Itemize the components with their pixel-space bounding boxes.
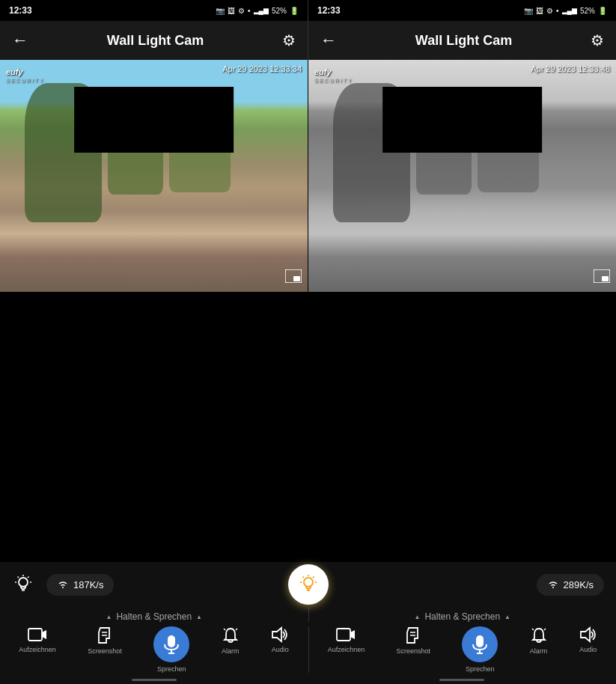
record-button-left[interactable]: Aufzeichnen	[19, 626, 56, 653]
gear-icon-small-right: ⚙	[546, 7, 553, 15]
screenshot-icon-right	[404, 626, 422, 644]
svg-line-13	[313, 577, 314, 578]
record-button-right[interactable]: Aufzeichnen	[328, 626, 365, 653]
record-icon-right	[336, 626, 356, 643]
cam-icon-left: 📷	[216, 7, 225, 15]
controls-left: Aufzeichnen Screenshot	[0, 626, 308, 673]
pip-button-left[interactable]	[285, 269, 302, 286]
bottom-bar-right	[439, 679, 484, 681]
speak-label-left: Sprechen	[157, 665, 186, 673]
bottom-indicators	[0, 679, 616, 684]
screenshot-label-left: Screenshot	[88, 647, 122, 655]
svg-line-8	[18, 577, 19, 578]
alarm-icon-right	[530, 626, 548, 644]
bulb-icon-left	[13, 574, 34, 595]
timestamp-right: Apr 29 2023 12:33:48	[531, 64, 610, 73]
audio-label-left: Audio	[272, 646, 289, 653]
header-left: ← Wall Light Cam ⚙	[0, 21, 308, 60]
gear-icon-small-left: ⚙	[238, 7, 245, 15]
record-label-right: Aufzeichnen	[328, 646, 365, 653]
wifi-icon-left	[57, 580, 69, 589]
back-button-right[interactable]: ←	[320, 31, 337, 50]
screenshot-button-right[interactable]: Screenshot	[396, 626, 430, 655]
img-icon-left: 🖼	[228, 7, 235, 15]
signal-right: ▂▄▆	[562, 7, 577, 14]
svg-point-11	[304, 578, 313, 587]
header-right: ← Wall Light Cam ⚙	[308, 21, 616, 60]
speed-value-right: 289K/s	[564, 579, 594, 590]
svg-line-6	[28, 577, 29, 578]
speak-label-right: Sprechen	[466, 665, 495, 673]
camera-feed-left: eufy SECURITY Apr 29 2023 12:33:34	[0, 60, 308, 292]
status-icons-right: 📷 🖼 ⚙ • ▂▄▆ 52% 🔋	[524, 7, 607, 15]
battery-right: 52%	[580, 7, 595, 15]
timestamp-left: Apr 29 2023 12:33:34	[222, 64, 302, 73]
security-text-right: SECURITY	[314, 78, 353, 83]
status-icons-left: 📷 🖼 ⚙ • ▂▄▆ 52% 🔋	[216, 7, 299, 15]
svg-marker-37	[581, 628, 590, 641]
audio-icon-right	[579, 626, 597, 643]
hold-speak-row: ▲ Halten & Sprechen ▲ ▲ Halten & Spreche…	[0, 607, 616, 622]
camera-feed-right: eufy SECURITY Apr 29 2023 12:33:48	[308, 60, 616, 292]
mic-icon-left	[163, 635, 180, 654]
audio-button-right[interactable]: Audio	[579, 626, 597, 653]
audio-button-left[interactable]: Audio	[271, 626, 289, 653]
back-button-left[interactable]: ←	[12, 31, 28, 50]
svg-line-35	[532, 629, 534, 630]
center-light-button[interactable]	[288, 564, 329, 605]
settings-button-left[interactable]: ⚙	[282, 31, 296, 49]
hold-speak-label-left: Halten & Sprechen	[116, 611, 192, 622]
screenshot-icon-left	[96, 626, 114, 644]
hold-speak-left: ▲ Halten & Sprechen ▲	[0, 607, 308, 622]
eufy-logo-right: eufy SECURITY	[314, 64, 353, 83]
hold-speak-right: ▲ Halten & Sprechen ▲	[309, 607, 617, 622]
speed-badge-right: 289K/s	[537, 574, 604, 596]
speed-row: 187K/s 289K/s	[0, 562, 616, 607]
pip-button-right[interactable]	[594, 269, 610, 286]
light-icon-left[interactable]	[0, 574, 46, 595]
battery-left: 52%	[272, 7, 287, 15]
svg-point-4	[19, 578, 28, 587]
alarm-button-right[interactable]: Alarm	[530, 626, 548, 655]
controls-right: Aufzeichnen Screenshot	[309, 626, 617, 673]
status-bar-right: 12:33 📷 🖼 ⚙ • ▂▄▆ 52% 🔋	[308, 0, 616, 21]
speed-value-left: 187K/s	[73, 579, 103, 590]
empty-space	[0, 292, 616, 562]
dot-left: •	[248, 7, 251, 15]
cam-icon-right: 📷	[524, 7, 533, 15]
center-bulb-icon	[298, 574, 319, 595]
alarm-label-left: Alarm	[222, 647, 240, 655]
settings-button-right[interactable]: ⚙	[591, 31, 604, 49]
screenshot-button-left[interactable]: Screenshot	[88, 626, 122, 655]
hold-speak-label-right: Halten & Sprechen	[424, 611, 500, 622]
battery-icon-left: 🔋	[290, 7, 299, 15]
record-icon-left	[28, 626, 47, 643]
speak-button-left[interactable]: Sprechen	[153, 626, 189, 673]
record-label-left: Aufzeichnen	[19, 646, 56, 653]
audio-label-right: Audio	[579, 646, 597, 653]
controls-row: Aufzeichnen Screenshot	[0, 622, 616, 679]
privacy-mask-left	[74, 87, 234, 153]
speak-button-right[interactable]: Sprechen	[462, 626, 498, 673]
alarm-button-left[interactable]: Alarm	[222, 626, 240, 655]
svg-line-36	[544, 629, 546, 630]
audio-icon-left	[271, 626, 289, 643]
alarm-label-right: Alarm	[530, 647, 548, 655]
title-right: Wall Light Cam	[415, 33, 512, 49]
security-text-left: SECURITY	[6, 78, 44, 83]
mic-icon-right	[472, 635, 488, 654]
svg-marker-27	[272, 628, 281, 641]
eufy-logo-left: eufy SECURITY	[6, 64, 44, 83]
signal-left: ▂▄▆	[254, 7, 269, 14]
speed-badge-left: 187K/s	[46, 574, 114, 596]
battery-icon-right: 🔋	[598, 7, 607, 15]
wifi-icon-right	[547, 580, 559, 589]
privacy-mask-right	[382, 87, 543, 153]
svg-line-15	[302, 577, 304, 578]
svg-rect-18	[28, 629, 42, 641]
svg-line-26	[236, 629, 237, 630]
speak-circle-left	[153, 626, 189, 662]
bottom-controls: ▲ Halten & Sprechen ▲ ▲ Halten & Spreche…	[0, 607, 616, 684]
svg-rect-3	[602, 276, 609, 281]
status-bar-left: 12:33 📷 🖼 ⚙ • ▂▄▆ 52% 🔋	[0, 0, 308, 21]
